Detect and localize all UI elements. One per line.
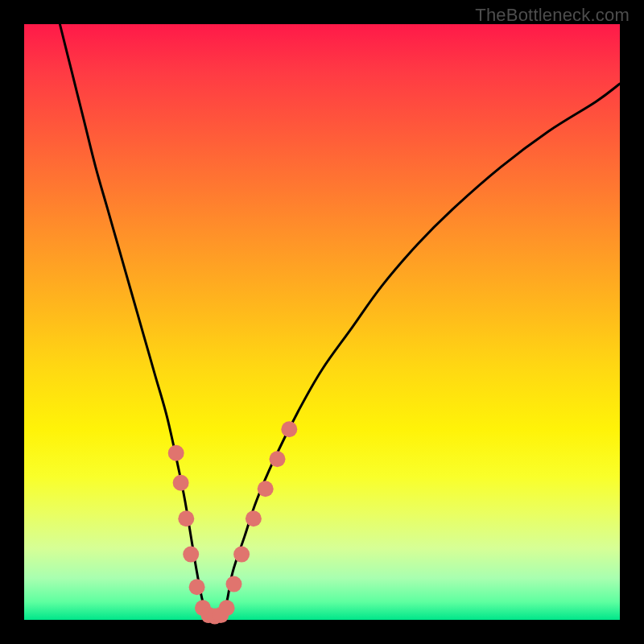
watermark-text: TheBottleneck.com [475,5,630,26]
data-marker [270,451,286,467]
marker-group [168,421,298,624]
data-marker [168,445,184,461]
data-marker [219,600,235,616]
data-marker [233,547,250,563]
data-marker [183,547,199,563]
data-marker [246,510,262,526]
data-marker [225,576,242,592]
data-marker [189,579,205,595]
bottleneck-curve [60,24,620,617]
data-marker [258,481,274,497]
chart-frame: TheBottleneck.com [0,0,644,644]
chart-svg [24,24,620,620]
plot-area [24,24,620,620]
data-marker [281,421,297,437]
data-marker [173,475,189,491]
data-marker [178,510,194,526]
